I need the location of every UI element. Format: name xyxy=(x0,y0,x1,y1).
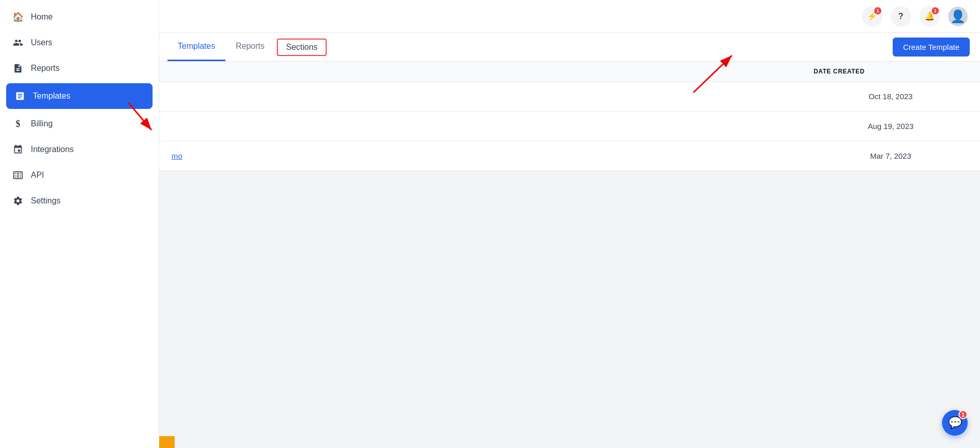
templates-table: DATE CREATED Oct 18, 2023 Aug 19, 2023 m… xyxy=(159,62,980,171)
sidebar-item-home[interactable]: 🏠 Home xyxy=(0,4,159,30)
row-3-date: Mar 7, 2023 xyxy=(814,152,968,160)
sidebar-item-api-label: API xyxy=(31,171,44,180)
sidebar-item-reports-label: Reports xyxy=(31,64,60,73)
sidebar-item-settings-label: Settings xyxy=(31,196,61,206)
integrations-icon xyxy=(12,144,24,155)
chat-badge: 1 xyxy=(958,410,968,419)
sidebar-item-templates-label: Templates xyxy=(33,91,70,101)
lightning-badge: 1 xyxy=(874,7,881,14)
date-column-header: DATE CREATED xyxy=(814,68,968,75)
tab-templates-label: Templates xyxy=(178,42,215,51)
notification-badge: 1 xyxy=(932,7,939,14)
sidebar-item-settings[interactable]: Settings xyxy=(0,188,159,214)
question-icon: ? xyxy=(898,12,903,21)
table-row: Aug 19, 2023 xyxy=(159,111,980,141)
sidebar-item-templates[interactable]: Templates xyxy=(6,83,153,109)
settings-icon xyxy=(12,195,24,207)
content-area: DATE CREATED Oct 18, 2023 Aug 19, 2023 m… xyxy=(159,62,980,448)
help-button[interactable]: ? xyxy=(891,6,911,27)
tab-sections-label: Sections xyxy=(286,43,317,52)
sidebar-item-integrations-label: Integrations xyxy=(31,145,74,154)
avatar[interactable]: 👤 xyxy=(948,7,968,26)
sidebar-navigation: 🏠 Home Users Reports Templates $ Billing xyxy=(0,0,159,448)
create-template-button[interactable]: Create Template xyxy=(893,38,970,57)
tabs-list: Templates Reports Sections xyxy=(167,33,329,61)
home-icon: 🏠 xyxy=(12,11,24,23)
row-3-name: mo xyxy=(172,152,814,160)
sidebar-item-api[interactable]: API xyxy=(0,162,159,188)
users-icon xyxy=(12,37,24,48)
sidebar-item-reports[interactable]: Reports xyxy=(0,55,159,81)
sidebar-item-billing-label: Billing xyxy=(31,119,53,128)
sidebar-item-integrations[interactable]: Integrations xyxy=(0,137,159,162)
tab-reports-label: Reports xyxy=(236,42,265,51)
name-column-header xyxy=(172,68,814,75)
tab-sections[interactable]: Sections xyxy=(277,39,327,56)
billing-icon: $ xyxy=(12,118,24,129)
row-3-link[interactable]: mo xyxy=(172,152,182,160)
tab-templates[interactable]: Templates xyxy=(167,33,225,61)
table-row: mo Mar 7, 2023 xyxy=(159,141,980,171)
table-header: DATE CREATED xyxy=(159,62,980,82)
tabs-bar: Templates Reports Sections Create Templa… xyxy=(159,33,980,62)
main-content: ⚡ 1 ? 🔔 1 👤 Templates Reports Sections C… xyxy=(159,0,980,448)
sidebar-item-home-label: Home xyxy=(31,12,53,22)
templates-icon xyxy=(14,90,26,102)
row-2-date: Aug 19, 2023 xyxy=(814,122,968,130)
avatar-image: 👤 xyxy=(950,9,966,24)
sidebar-item-users[interactable]: Users xyxy=(0,30,159,55)
api-icon xyxy=(12,170,24,181)
chat-bubble-button[interactable]: 💬 1 xyxy=(942,410,968,436)
table-row: Oct 18, 2023 xyxy=(159,82,980,111)
notifications-button[interactable]: 🔔 1 xyxy=(919,6,940,27)
top-header: ⚡ 1 ? 🔔 1 👤 xyxy=(159,0,980,33)
row-1-date: Oct 18, 2023 xyxy=(814,92,968,101)
lightning-button[interactable]: ⚡ 1 xyxy=(862,6,882,27)
sidebar-item-billing[interactable]: $ Billing xyxy=(0,111,159,137)
tab-reports[interactable]: Reports xyxy=(225,33,275,61)
sidebar: 🏠 Home Users Reports Templates $ Billing xyxy=(0,0,159,448)
sidebar-item-users-label: Users xyxy=(31,38,52,47)
reports-icon xyxy=(12,63,24,74)
